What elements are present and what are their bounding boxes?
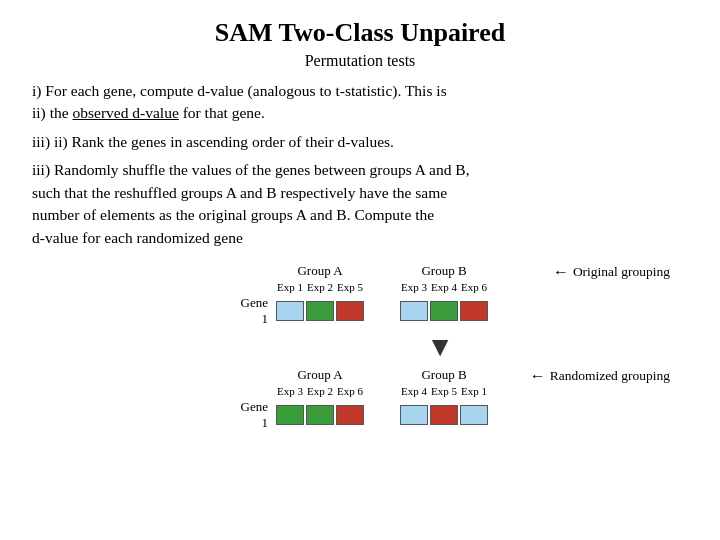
rand-a-exp6: Exp 6 (336, 385, 364, 397)
body-text-3: iii) ii) Rank the genes in ascending ord… (32, 131, 688, 153)
rand-a-exp3: Exp 3 (276, 385, 304, 397)
rand-b-box1 (400, 405, 428, 425)
original-group-b-explabels: Exp 3 Exp 4 Exp 6 (400, 281, 488, 293)
body-text-1: i) For each gene, compute d-value (analo… (32, 80, 688, 125)
diagram-area: Group A Exp 1 Exp 2 Exp 5 Group B Exp 3 … (32, 263, 688, 431)
orig-b-exp6: Exp 6 (460, 281, 488, 293)
randomized-label-text: Randomized grouping (550, 368, 670, 384)
orig-b-exp3: Exp 3 (400, 281, 428, 293)
orig-a-exp2: Exp 2 (306, 281, 334, 293)
original-group-b: Group B Exp 3 Exp 4 Exp 6 (400, 263, 488, 295)
randomized-group-b-explabels: Exp 4 Exp 5 Exp 1 (400, 385, 488, 397)
down-arrow-icon: ▼ (426, 331, 454, 363)
rand-a-box1 (276, 405, 304, 425)
orig-a-box2 (306, 301, 334, 321)
orig-b-box3 (460, 301, 488, 321)
rand-a-box2 (306, 405, 334, 425)
rand-b-exp4: Exp 4 (400, 385, 428, 397)
rand-a-exp2: Exp 2 (306, 385, 334, 397)
randomized-group-a-header: Group A (297, 367, 342, 383)
randomized-group-b-header: Group B (421, 367, 466, 383)
randomized-label: ← Randomized grouping (530, 367, 670, 385)
randomized-group-a: Group A Exp 3 Exp 2 Exp 6 (276, 367, 364, 399)
subtitle: Permutation tests (32, 52, 688, 70)
down-arrow-row: ▼ (32, 331, 688, 363)
orig-a-exp5: Exp 5 (336, 281, 364, 293)
rand-a-box3 (336, 405, 364, 425)
original-group-a: Group A Exp 1 Exp 2 Exp 5 (276, 263, 364, 295)
original-group-a-explabels: Exp 1 Exp 2 Exp 5 (276, 281, 364, 293)
body-text-4: iii) Randomly shuffle the values of the … (32, 159, 688, 249)
original-gene-label: Gene 1 (232, 295, 276, 327)
original-group-a-header: Group A (297, 263, 342, 279)
randomized-group-a-explabels: Exp 3 Exp 2 Exp 6 (276, 385, 364, 397)
original-arrow: ← (553, 263, 569, 281)
page-title: SAM Two-Class Unpaired (32, 18, 688, 48)
original-a-boxes (276, 301, 364, 321)
rand-b-box2 (430, 405, 458, 425)
orig-b-box2 (430, 301, 458, 321)
randomized-b-boxes (400, 405, 488, 425)
orig-a-box1 (276, 301, 304, 321)
original-label: ← Original grouping (553, 263, 670, 281)
orig-a-box3 (336, 301, 364, 321)
rand-b-exp1: Exp 1 (460, 385, 488, 397)
randomized-arrow: ← (530, 367, 546, 385)
randomized-a-boxes (276, 405, 364, 425)
randomized-group-b: Group B Exp 4 Exp 5 Exp 1 (400, 367, 488, 399)
orig-b-exp4: Exp 4 (430, 281, 458, 293)
original-b-boxes (400, 301, 488, 321)
orig-b-box1 (400, 301, 428, 321)
orig-a-exp1: Exp 1 (276, 281, 304, 293)
original-group-b-header: Group B (421, 263, 466, 279)
randomized-gene-label: Gene 1 (232, 399, 276, 431)
rand-b-exp5: Exp 5 (430, 385, 458, 397)
original-label-text: Original grouping (573, 264, 670, 280)
rand-b-box3 (460, 405, 488, 425)
